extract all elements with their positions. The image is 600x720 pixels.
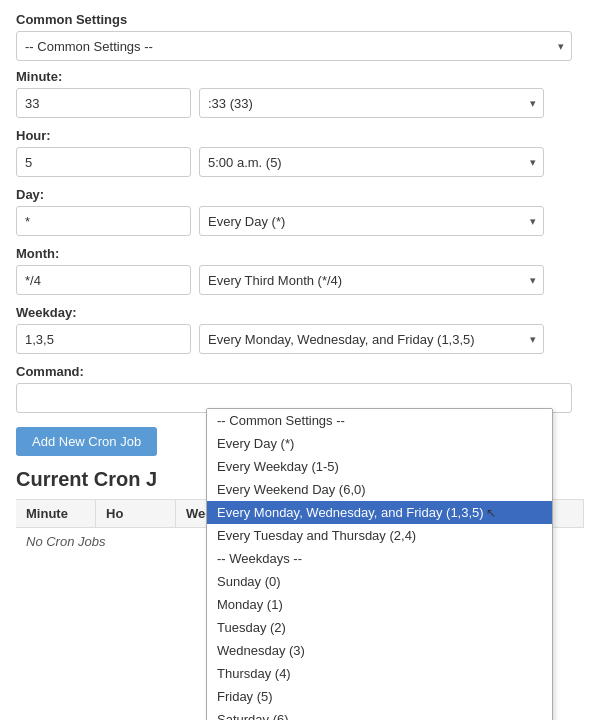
weekday-dropdown-overlay: -- Common Settings -- Every Day (*) Ever… [206,408,553,720]
month-label: Month: [16,246,584,261]
hour-label: Hour: [16,128,584,143]
dropdown-item-mon-wed-fri[interactable]: Every Monday, Wednesday, and Friday (1,3… [207,501,552,524]
table-header-minute: Minute [16,500,96,527]
hour-input[interactable] [16,147,191,177]
dropdown-item-saturday[interactable]: Saturday (6) [207,708,552,720]
dropdown-item-common[interactable]: -- Common Settings -- [207,409,552,432]
minute-input[interactable] [16,88,191,118]
dropdown-item-thursday[interactable]: Thursday (4) [207,662,552,685]
weekday-input[interactable] [16,324,191,354]
dropdown-item-wednesday[interactable]: Wednesday (3) [207,639,552,662]
common-settings-select[interactable]: -- Common Settings -- [16,31,572,61]
minute-select[interactable]: :33 (33) [199,88,544,118]
dropdown-item-sunday[interactable]: Sunday (0) [207,570,552,593]
dropdown-item-tuesday[interactable]: Tuesday (2) [207,616,552,639]
day-select[interactable]: Every Day (*) [199,206,544,236]
command-label: Command: [16,364,584,379]
month-select[interactable]: Every Third Month (*/4) [199,265,544,295]
day-label: Day: [16,187,584,202]
cursor-icon: ↖ [486,506,496,520]
dropdown-item-weekdays-sep[interactable]: -- Weekdays -- [207,547,552,570]
dropdown-item-tue-thu[interactable]: Every Tuesday and Thursday (2,4) [207,524,552,547]
dropdown-item-every-weekend[interactable]: Every Weekend Day (6,0) [207,478,552,501]
dropdown-item-every-day[interactable]: Every Day (*) [207,432,552,455]
dropdown-item-friday[interactable]: Friday (5) [207,685,552,708]
weekday-label: Weekday: [16,305,584,320]
minute-label: Minute: [16,69,584,84]
common-settings-label: Common Settings [16,12,584,27]
dropdown-item-monday[interactable]: Monday (1) [207,593,552,616]
day-input[interactable] [16,206,191,236]
month-input[interactable] [16,265,191,295]
add-cron-button[interactable]: Add New Cron Job [16,427,157,456]
hour-select[interactable]: 5:00 a.m. (5) [199,147,544,177]
weekday-select[interactable]: Every Monday, Wednesday, and Friday (1,3… [199,324,544,354]
dropdown-item-every-weekday[interactable]: Every Weekday (1-5) [207,455,552,478]
table-header-hour: Ho [96,500,176,527]
